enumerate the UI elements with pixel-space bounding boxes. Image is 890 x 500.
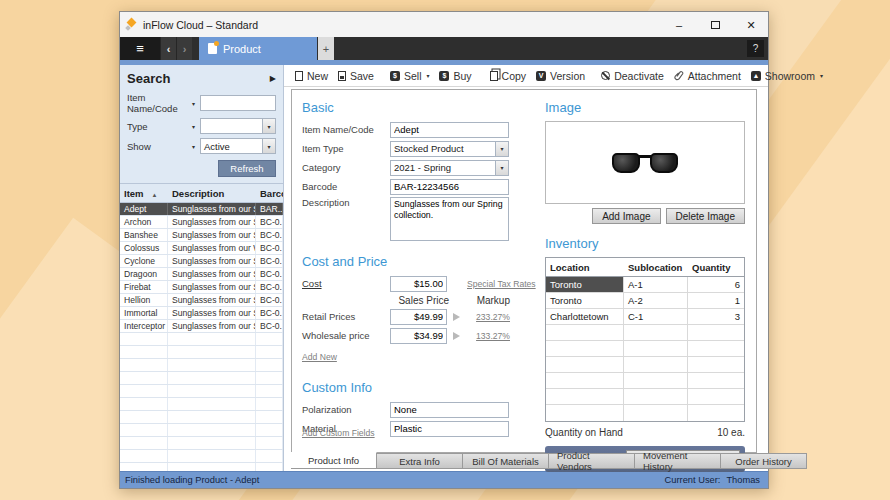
item-list-row[interactable]: Hellion Sunglasses from our Sp... BC-0..… — [120, 294, 283, 307]
copy-icon — [490, 71, 498, 81]
type-select[interactable]: ▾ — [200, 118, 276, 134]
polarization-input[interactable] — [390, 402, 509, 418]
barcode-input[interactable] — [390, 179, 509, 195]
bottom-tab[interactable]: Extra Info — [377, 453, 463, 469]
description-textarea[interactable]: Sunglasses from our Spring collection. — [390, 197, 509, 241]
retail-price-input[interactable] — [390, 309, 447, 325]
item-name-code-input[interactable] — [390, 122, 509, 138]
inventory-row[interactable]: Toronto A-2 1 — [546, 293, 744, 309]
add-image-button[interactable]: Add Image — [592, 208, 660, 224]
showroom-button[interactable]: ▲Showroom▾ — [746, 66, 828, 86]
bottom-tab[interactable]: Bill Of Materials — [463, 453, 549, 469]
chevron-down-icon[interactable]: ▾ — [495, 161, 508, 175]
quantity-on-hand-value: 10 ea. — [717, 427, 745, 438]
minimize-button[interactable]: – — [672, 18, 686, 32]
price-headers: Sales Price Markup — [302, 295, 510, 306]
attachment-button[interactable]: Attachment — [669, 66, 746, 86]
cost-link[interactable]: Cost — [302, 278, 390, 289]
inventory-row[interactable]: Toronto A-1 6 — [546, 277, 744, 293]
app-window: inFlow Cloud – Standard – ✕ ≡ ‹ › Produc… — [119, 11, 769, 489]
product-toolbar: New Save $Sell▾ $Buy Copy VVersion Deact… — [284, 65, 768, 87]
field-dropdown-icon[interactable]: ▾ — [192, 123, 195, 130]
sort-asc-icon: ▲ — [152, 192, 158, 198]
cost-input[interactable] — [390, 276, 447, 292]
version-button[interactable]: VVersion — [531, 66, 590, 86]
quantity-on-hand-label: Quantity on Hand — [545, 427, 623, 438]
search-field-show: Show ▾ Active ▾ — [120, 136, 283, 156]
chevron-down-icon[interactable]: ▾ — [262, 139, 275, 153]
save-icon — [338, 71, 346, 81]
item-list-row[interactable]: Interceptor Sunglasses from our Sp... BC… — [120, 320, 283, 333]
item-type-select[interactable]: Stocked Product ▾ — [390, 141, 509, 157]
special-tax-rates-link[interactable]: Special Tax Rates — [467, 279, 536, 289]
maximize-icon — [711, 21, 720, 29]
save-button[interactable]: Save — [333, 66, 379, 86]
deactivate-button[interactable]: Deactivate — [596, 66, 669, 86]
collapse-panel-icon[interactable]: ▶ — [270, 74, 276, 83]
item-list-row[interactable]: Archon Sunglasses from our Sp... BC-0... — [120, 216, 283, 229]
item-list-row[interactable]: Immortal Sunglasses from our Sp... BC-0.… — [120, 307, 283, 320]
item-list-row[interactable]: Banshee Sunglasses from our Sp... BC-0..… — [120, 229, 283, 242]
material-input[interactable] — [390, 421, 509, 437]
column-header-description[interactable]: Description — [168, 188, 256, 199]
bottom-tab[interactable]: Product Vendors — [549, 453, 635, 469]
inflow-logo-icon — [126, 19, 137, 30]
item-name-input[interactable] — [200, 95, 276, 111]
product-image[interactable] — [545, 121, 745, 204]
new-tab-button[interactable]: + — [318, 37, 334, 60]
maximize-button[interactable] — [708, 18, 722, 32]
new-button[interactable]: New — [290, 66, 333, 86]
apply-markup-icon[interactable] — [453, 332, 460, 340]
tab-product[interactable]: Product — [199, 37, 317, 60]
main-area: New Save $Sell▾ $Buy Copy VVersion Deact… — [284, 65, 768, 471]
category-select[interactable]: 2021 - Spring ▾ — [390, 160, 509, 176]
menu-button[interactable]: ≡ — [120, 37, 160, 60]
wholesale-price-input[interactable] — [390, 328, 447, 344]
refresh-button[interactable]: Refresh — [218, 160, 276, 177]
bottom-tab[interactable]: Product Info — [291, 452, 377, 469]
sell-button[interactable]: $Sell▾ — [385, 66, 435, 86]
window-title: inFlow Cloud – Standard — [143, 19, 258, 31]
search-header: Search ▶ — [120, 65, 283, 90]
add-new-link[interactable]: Add New — [302, 352, 337, 362]
item-list-row[interactable]: Dragoon Sunglasses from our Su... BC-0..… — [120, 268, 283, 281]
show-select[interactable]: Active ▾ — [200, 138, 276, 154]
back-button[interactable]: ‹ — [160, 37, 176, 60]
field-wholesale-price: Wholesale price 133.27% — [302, 327, 510, 344]
add-custom-fields-link[interactable]: Add Custom Fields — [302, 428, 375, 438]
help-button[interactable]: ? — [747, 40, 764, 57]
bottom-tab[interactable]: Order History — [721, 453, 807, 469]
field-barcode: Barcode — [302, 178, 510, 195]
retail-markup-link[interactable]: 233.27% — [467, 312, 510, 322]
type-label: Type — [127, 121, 192, 132]
column-header-quantity[interactable]: Quantity — [688, 262, 744, 273]
showroom-icon: ▲ — [751, 71, 761, 81]
forward-button[interactable]: › — [176, 37, 192, 60]
column-header-sublocation[interactable]: Sublocation — [624, 262, 688, 273]
inventory-header: Location Sublocation Quantity — [546, 258, 744, 277]
wholesale-markup-link[interactable]: 133.27% — [467, 331, 510, 341]
field-dropdown-icon[interactable]: ▾ — [192, 143, 195, 150]
item-list-row[interactable]: Colossus Sunglasses from our Wi... BC-0.… — [120, 242, 283, 255]
item-list-row[interactable]: Firebat Sunglasses from our Su... BC-0..… — [120, 281, 283, 294]
close-button[interactable]: ✕ — [744, 18, 758, 32]
item-list-row[interactable]: Cyclone Sunglasses from our Sp... BC-0..… — [120, 255, 283, 268]
bottom-tab[interactable]: Movement History — [635, 453, 721, 469]
current-user: Current User: Thomas — [665, 475, 763, 485]
inventory-body: Toronto A-1 6 Toronto A-2 1 — [546, 277, 744, 421]
item-list-row[interactable]: Adept Sunglasses from our Sp... BAR... — [120, 203, 283, 216]
barcode-label: Barcode — [302, 181, 390, 192]
field-category: Category 2021 - Spring ▾ — [302, 159, 510, 176]
copy-button[interactable]: Copy — [483, 66, 532, 86]
delete-image-button[interactable]: Delete Image — [666, 208, 745, 224]
chevron-down-icon[interactable]: ▾ — [262, 119, 275, 133]
column-header-location[interactable]: Location — [546, 262, 624, 273]
chevron-down-icon[interactable]: ▾ — [495, 142, 508, 156]
field-dropdown-icon[interactable]: ▾ — [192, 100, 195, 107]
column-header-barcode[interactable]: Barco — [256, 188, 283, 199]
empty-row — [120, 463, 283, 471]
column-header-item[interactable]: Item▲ — [120, 188, 168, 199]
apply-markup-icon[interactable] — [453, 313, 460, 321]
inventory-row[interactable]: Charlottetown C-1 3 — [546, 309, 744, 325]
buy-button[interactable]: $Buy — [434, 66, 476, 86]
